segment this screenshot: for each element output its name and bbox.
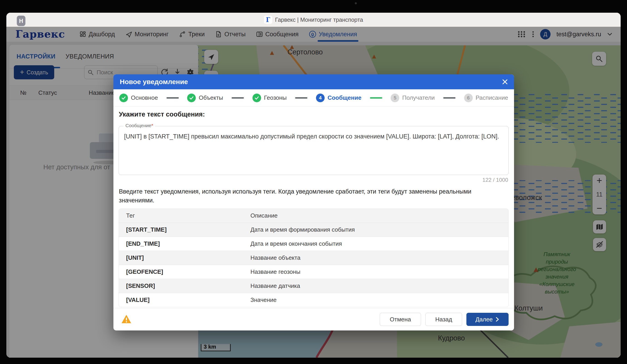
step-connector [443, 97, 456, 99]
cancel-button[interactable]: Отмена [380, 313, 421, 326]
check-icon [253, 93, 261, 102]
step-connector [166, 97, 179, 99]
check-icon [119, 93, 128, 102]
next-button[interactable]: Далее [467, 313, 509, 326]
table-header-row: Тег Описание [119, 209, 508, 223]
browser-window: H Г Гарвекс | Мониторинг транспорта Гарв… [6, 13, 621, 358]
tags-hint: Введите текст уведомления, используя исп… [119, 187, 495, 205]
step-connector [232, 97, 244, 99]
table-row: [GEOFENCE] Название геозоны [119, 265, 508, 279]
browser-titlebar: H Г Гарвекс | Мониторинг транспорта [6, 13, 621, 27]
section-heading: Укажите текст сообщения: [119, 111, 205, 118]
char-counter: 122 / 1000 [482, 177, 508, 183]
table-row: [SENSOR] Название датчика [119, 279, 508, 293]
step-message[interactable]: 4 Сообщение [316, 93, 361, 102]
browser-title-area: Г Гарвекс | Мониторинг транспорта [6, 13, 621, 27]
back-button[interactable]: Назад [425, 313, 462, 326]
table-row: [UNIT] Название объекта [119, 251, 508, 265]
new-notification-modal: Новое уведомление Основное Объекты [113, 74, 514, 330]
step-number: 5 [391, 93, 399, 102]
step-geofences[interactable]: Геозоны [253, 93, 287, 102]
column-header-tag: Тег [119, 209, 243, 223]
step-number: 4 [316, 93, 325, 102]
message-text: [UNIT] в [START_TIME] превысил максималь… [124, 132, 501, 141]
step-main[interactable]: Основное [119, 93, 158, 102]
step-recipients[interactable]: 5 Получатели [391, 93, 435, 102]
step-connector [295, 97, 307, 99]
modal-footer: Отмена Назад Далее [113, 308, 514, 330]
warning-icon [121, 314, 132, 324]
table-row: [START_TIME] Дата и время формирования с… [119, 223, 508, 237]
step-connector-active [370, 97, 382, 99]
modal-title: Новое уведомление [120, 78, 188, 86]
screenshot-stage: H Г Гарвекс | Мониторинг транспорта Гарв… [0, 0, 627, 364]
step-objects[interactable]: Объекты [187, 93, 223, 102]
required-asterisk: * [151, 123, 153, 128]
check-icon [187, 93, 196, 102]
footer-buttons: Отмена Назад Далее [380, 313, 509, 326]
chevron-right-icon [495, 317, 500, 322]
tags-table: Тег Описание [START_TIME] Дата и время ф… [119, 209, 509, 307]
favicon: Г [264, 16, 272, 24]
close-icon [502, 79, 508, 85]
next-button-label: Далее [475, 316, 493, 323]
modal-header: Новое уведомление [113, 74, 514, 89]
step-schedule[interactable]: 6 Расписание [464, 93, 508, 102]
close-button[interactable] [501, 78, 509, 86]
camera-dot [355, 2, 357, 4]
message-field-label: Сообщение* [123, 123, 155, 128]
table-row: [VALUE] Значение [119, 293, 508, 307]
step-number: 6 [464, 93, 473, 102]
wizard-stepper: Основное Объекты Геозоны 4 Сообщение [113, 89, 514, 106]
browser-title: Гарвекс | Мониторинг транспорта [275, 17, 363, 23]
table-row: [END_TIME] Дата и время окончания событи… [119, 237, 508, 251]
column-header-description: Описание [243, 209, 508, 223]
